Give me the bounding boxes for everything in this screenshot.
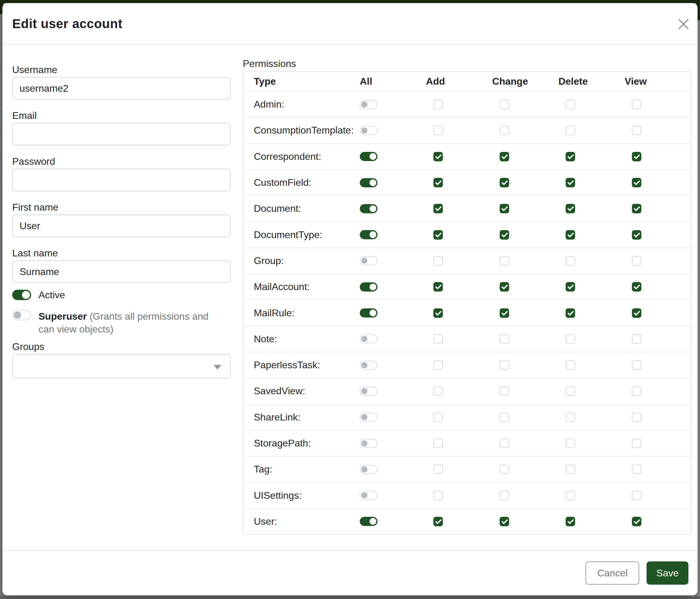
permission-all-toggle[interactable] bbox=[360, 439, 377, 448]
permission-view-checkbox[interactable] bbox=[632, 334, 641, 344]
permission-add-checkbox[interactable] bbox=[433, 464, 443, 474]
permission-change-checkbox[interactable] bbox=[500, 438, 509, 448]
permission-view-checkbox[interactable] bbox=[632, 100, 641, 109]
permission-change-checkbox[interactable] bbox=[500, 360, 509, 370]
permission-change-checkbox[interactable] bbox=[500, 204, 509, 213]
permission-view-checkbox[interactable] bbox=[632, 491, 641, 500]
permission-change-checkbox[interactable] bbox=[500, 413, 509, 422]
permission-all-toggle[interactable] bbox=[360, 517, 377, 526]
permission-add-checkbox[interactable] bbox=[433, 100, 443, 109]
permission-add-checkbox[interactable] bbox=[433, 152, 443, 161]
permission-change-checkbox[interactable] bbox=[500, 386, 509, 396]
permission-add-checkbox[interactable] bbox=[433, 360, 443, 370]
permission-change-checkbox[interactable] bbox=[500, 152, 509, 161]
permission-all-toggle[interactable] bbox=[360, 126, 377, 135]
permission-change-checkbox[interactable] bbox=[500, 178, 509, 187]
permission-add-checkbox[interactable] bbox=[433, 438, 443, 448]
permission-add-checkbox[interactable] bbox=[433, 204, 443, 213]
permission-all-toggle[interactable] bbox=[360, 387, 377, 396]
permission-all-toggle[interactable] bbox=[360, 152, 377, 161]
permission-change-checkbox[interactable] bbox=[500, 282, 509, 291]
permission-all-toggle[interactable] bbox=[360, 491, 377, 500]
permission-all-toggle[interactable] bbox=[360, 308, 377, 317]
permission-add-checkbox[interactable] bbox=[433, 334, 443, 344]
username-input[interactable] bbox=[12, 77, 231, 100]
permission-delete-checkbox[interactable] bbox=[566, 126, 575, 135]
permission-delete-checkbox[interactable] bbox=[566, 256, 575, 266]
permission-add-checkbox[interactable] bbox=[433, 256, 443, 266]
permission-view-checkbox[interactable] bbox=[632, 360, 641, 370]
dialog-footer: Cancel Save bbox=[2, 550, 698, 595]
permission-view-checkbox[interactable] bbox=[632, 386, 641, 396]
permission-delete-checkbox[interactable] bbox=[566, 230, 575, 240]
first-name-input[interactable] bbox=[12, 215, 231, 237]
permission-delete-checkbox[interactable] bbox=[566, 464, 575, 474]
permission-delete-checkbox[interactable] bbox=[566, 517, 575, 526]
page-horizontal-scrollbar[interactable] bbox=[0, 596, 700, 599]
permission-delete-checkbox[interactable] bbox=[566, 413, 575, 422]
permission-all-toggle[interactable] bbox=[360, 230, 377, 239]
permission-change-checkbox[interactable] bbox=[500, 308, 509, 318]
permission-all-toggle[interactable] bbox=[360, 361, 377, 370]
permission-delete-checkbox[interactable] bbox=[566, 178, 575, 187]
permission-delete-checkbox[interactable] bbox=[566, 100, 575, 109]
permission-all-toggle[interactable] bbox=[360, 465, 377, 474]
permission-add-checkbox[interactable] bbox=[433, 517, 443, 526]
permission-change-checkbox[interactable] bbox=[500, 100, 509, 109]
permission-all-toggle[interactable] bbox=[360, 100, 377, 109]
permission-change-checkbox[interactable] bbox=[500, 491, 509, 500]
permission-delete-checkbox[interactable] bbox=[566, 491, 575, 500]
permission-add-checkbox[interactable] bbox=[433, 386, 443, 396]
email-input[interactable] bbox=[12, 123, 231, 145]
permission-delete-checkbox[interactable] bbox=[566, 334, 575, 344]
permission-change-checkbox[interactable] bbox=[500, 230, 509, 240]
close-button[interactable] bbox=[676, 17, 691, 32]
permission-view-checkbox[interactable] bbox=[632, 413, 641, 422]
permission-delete-checkbox[interactable] bbox=[566, 282, 575, 291]
permission-all-toggle[interactable] bbox=[360, 334, 377, 343]
permission-delete-checkbox[interactable] bbox=[566, 438, 575, 448]
permission-view-checkbox[interactable] bbox=[632, 282, 641, 291]
permission-all-toggle[interactable] bbox=[360, 256, 377, 265]
permission-view-checkbox[interactable] bbox=[632, 464, 641, 474]
password-input[interactable] bbox=[12, 169, 231, 191]
permission-delete-checkbox[interactable] bbox=[566, 152, 575, 161]
permission-delete-checkbox[interactable] bbox=[566, 386, 575, 396]
permission-delete-checkbox[interactable] bbox=[566, 308, 575, 318]
permission-change-checkbox[interactable] bbox=[500, 334, 509, 344]
permission-all-toggle[interactable] bbox=[360, 204, 377, 213]
permission-delete-checkbox[interactable] bbox=[566, 204, 575, 213]
groups-select[interactable] bbox=[12, 354, 231, 378]
superuser-toggle[interactable] bbox=[12, 310, 31, 320]
permission-add-checkbox[interactable] bbox=[433, 230, 443, 240]
groups-field-group: Groups bbox=[12, 341, 231, 378]
permission-add-checkbox[interactable] bbox=[433, 282, 443, 291]
permission-add-checkbox[interactable] bbox=[433, 413, 443, 422]
last-name-input[interactable] bbox=[12, 260, 231, 283]
permission-change-checkbox[interactable] bbox=[500, 256, 509, 266]
save-button[interactable]: Save bbox=[647, 561, 689, 585]
permission-view-checkbox[interactable] bbox=[632, 308, 641, 318]
permission-all-toggle[interactable] bbox=[360, 178, 377, 187]
permission-view-checkbox[interactable] bbox=[632, 204, 641, 213]
cancel-button[interactable]: Cancel bbox=[585, 561, 639, 585]
permission-all-toggle[interactable] bbox=[360, 413, 377, 422]
permission-add-checkbox[interactable] bbox=[433, 126, 443, 135]
permission-type-label: ConsumptionTemplate: bbox=[243, 125, 360, 136]
permission-view-checkbox[interactable] bbox=[632, 230, 641, 240]
permission-view-checkbox[interactable] bbox=[632, 438, 641, 448]
active-toggle[interactable] bbox=[12, 290, 31, 300]
permission-add-checkbox[interactable] bbox=[433, 178, 443, 187]
permission-add-checkbox[interactable] bbox=[433, 491, 443, 500]
permission-add-checkbox[interactable] bbox=[433, 308, 443, 318]
permission-view-checkbox[interactable] bbox=[632, 256, 641, 266]
permission-all-toggle[interactable] bbox=[360, 282, 377, 291]
permission-change-checkbox[interactable] bbox=[500, 517, 509, 526]
permission-view-checkbox[interactable] bbox=[632, 126, 641, 135]
permission-delete-checkbox[interactable] bbox=[566, 360, 575, 370]
permission-change-checkbox[interactable] bbox=[500, 126, 509, 135]
permission-view-checkbox[interactable] bbox=[632, 517, 641, 526]
permission-view-checkbox[interactable] bbox=[632, 178, 641, 187]
permission-view-checkbox[interactable] bbox=[632, 152, 641, 161]
permission-change-checkbox[interactable] bbox=[500, 464, 509, 474]
